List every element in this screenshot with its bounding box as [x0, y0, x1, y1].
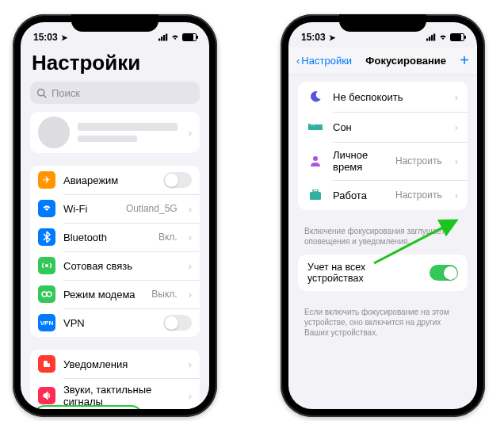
phone-frame-settings: 15:03 ➤ Настройки Поиск	[13, 14, 217, 417]
row-bluetooth[interactable]: Bluetooth Вкл. ›	[30, 223, 200, 251]
svg-rect-3	[166, 34, 167, 41]
row-value: Настроить	[395, 155, 442, 166]
row-wifi[interactable]: Wi-Fi Outland_5G ›	[30, 194, 200, 223]
search-icon	[36, 88, 47, 98]
svg-rect-13	[429, 36, 430, 40]
sounds-icon	[38, 387, 55, 404]
notch	[339, 14, 426, 32]
row-label: Bluetooth	[63, 232, 151, 243]
status-time: 15:03	[33, 32, 58, 43]
share-explanation-note: Если включить фокусирование на этом устр…	[288, 304, 477, 346]
row-label: Работа	[333, 189, 386, 201]
row-sleep[interactable]: Сон ›	[298, 112, 468, 142]
row-airplane[interactable]: ✈ Авиарежим	[30, 166, 200, 194]
moon-icon	[307, 89, 323, 105]
nav-title: Фокусирование	[365, 55, 446, 67]
row-value: Выкл.	[151, 289, 177, 300]
chevron-right-icon: ›	[189, 127, 192, 139]
search-input[interactable]: Поиск	[30, 82, 200, 104]
chevron-right-icon: ›	[455, 121, 458, 133]
back-button[interactable]: ‹ Настройки	[296, 55, 352, 67]
add-button[interactable]: +	[460, 52, 469, 68]
row-notifications[interactable]: Уведомления ›	[30, 350, 200, 378]
svg-line-5	[44, 94, 46, 97]
row-vpn[interactable]: VPN VPN	[30, 308, 200, 337]
chevron-right-icon: ›	[189, 260, 192, 272]
row-personal[interactable]: Личное время Настроить ›	[298, 142, 468, 180]
row-label: Режим модема	[63, 289, 143, 300]
nav-bar: ‹ Настройки Фокусирование +	[288, 48, 477, 75]
chevron-right-icon: ›	[189, 232, 192, 243]
screen-focus: 15:03 ➤ ‹ Настройки Фокусирование +	[288, 22, 477, 409]
wifi-icon	[170, 33, 180, 41]
row-label: Сон	[333, 121, 442, 133]
row-label: Авиарежим	[63, 174, 155, 186]
svg-rect-2	[163, 35, 165, 41]
battery-icon	[182, 33, 197, 41]
toggle-airplane[interactable]	[163, 172, 192, 188]
back-label: Настройки	[301, 55, 352, 67]
toggle-vpn[interactable]	[163, 315, 192, 331]
settings-group-notifications: Уведомления › Звуки, тактильные сигналы …	[30, 350, 200, 409]
svg-rect-22	[310, 192, 321, 200]
location-icon: ➤	[61, 33, 67, 42]
cellular-icon	[426, 33, 436, 41]
avatar	[38, 117, 70, 148]
row-cellular[interactable]: Сотовая связь ›	[30, 251, 200, 280]
svg-rect-1	[161, 36, 162, 40]
svg-point-8	[47, 292, 52, 297]
chevron-right-icon: ›	[189, 390, 192, 402]
chevron-right-icon: ›	[455, 155, 458, 167]
person-icon	[307, 153, 323, 169]
svg-rect-15	[433, 34, 435, 41]
row-hotspot[interactable]: Режим модема Выкл. ›	[30, 280, 200, 308]
search-placeholder: Поиск	[52, 87, 80, 99]
row-label: VPN	[63, 317, 155, 329]
svg-point-20	[313, 156, 318, 161]
focus-explanation-note: Включение фокусирования заглушает оповещ…	[288, 223, 477, 255]
svg-point-10	[48, 360, 52, 364]
settings-group-connectivity: ✈ Авиарежим Wi-Fi Outland_5G › Bl	[30, 166, 200, 337]
row-sounds[interactable]: Звуки, тактильные сигналы ›	[30, 378, 200, 409]
phone-frame-focus: 15:03 ➤ ‹ Настройки Фокусирование +	[281, 14, 485, 417]
focus-modes-group: Не беспокоить › Сон › Личное время Настр…	[298, 82, 468, 210]
row-value: Вкл.	[158, 232, 178, 243]
location-icon: ➤	[329, 33, 335, 42]
svg-point-7	[42, 292, 47, 297]
chevron-right-icon: ›	[189, 203, 192, 215]
svg-rect-17	[308, 124, 311, 128]
row-label: Уведомления	[63, 358, 178, 370]
notch	[71, 14, 158, 32]
row-label: Звуки, тактильные сигналы	[63, 384, 178, 408]
status-time: 15:03	[301, 32, 326, 43]
row-label: Учет на всех устройствах	[307, 262, 420, 284]
vpn-icon: VPN	[38, 314, 55, 331]
wifi-settings-icon	[38, 200, 55, 217]
row-value: Outland_5G	[126, 203, 178, 214]
chevron-left-icon: ‹	[296, 55, 300, 67]
battery-icon	[450, 33, 464, 41]
svg-point-18	[311, 124, 314, 128]
notifications-icon	[38, 355, 55, 373]
share-across-devices-group: Учет на всех устройствах	[298, 255, 468, 291]
svg-point-6	[45, 264, 48, 267]
profile-info-redacted	[78, 123, 178, 142]
hotspot-icon	[38, 285, 55, 303]
chevron-right-icon: ›	[189, 358, 192, 370]
airplane-icon: ✈	[38, 171, 55, 189]
cellular-settings-icon	[38, 257, 55, 274]
svg-rect-19	[314, 124, 323, 127]
chevron-right-icon: ›	[189, 289, 192, 300]
svg-point-4	[38, 89, 44, 95]
row-dnd[interactable]: Не беспокоить ›	[298, 82, 468, 112]
svg-rect-12	[426, 39, 428, 41]
toggle-share-devices[interactable]	[430, 265, 458, 281]
svg-rect-21	[313, 189, 318, 192]
chevron-right-icon: ›	[455, 91, 458, 103]
row-label: Wi-Fi	[63, 203, 118, 215]
profile-card[interactable]: ›	[30, 112, 200, 153]
cellular-icon	[158, 33, 168, 41]
row-work[interactable]: Работа Настроить ›	[298, 180, 468, 210]
row-share-devices[interactable]: Учет на всех устройствах	[298, 255, 468, 291]
screen-settings: 15:03 ➤ Настройки Поиск	[21, 22, 209, 409]
